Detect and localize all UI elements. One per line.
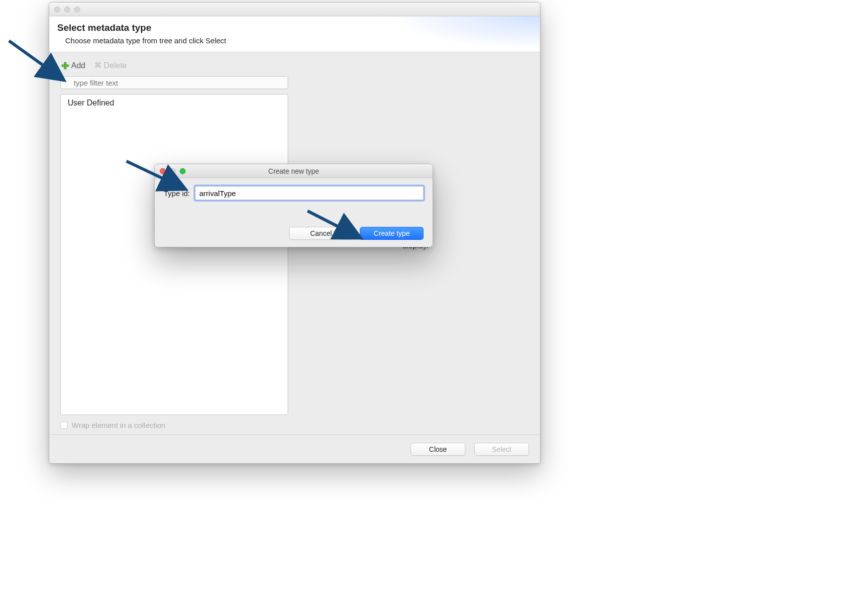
plus-icon — [61, 62, 69, 70]
close-button[interactable]: Close — [411, 443, 465, 456]
type-id-label: Type id: — [164, 189, 190, 198]
wrap-collection-checkbox[interactable] — [60, 421, 68, 429]
dialog-subtitle: Choose metadata type from tree and click… — [65, 36, 532, 45]
add-button[interactable]: Add — [61, 61, 85, 70]
header-decoration — [376, 16, 540, 52]
maximize-icon[interactable] — [180, 168, 186, 174]
modal-titlebar: Create new type — [155, 164, 432, 178]
create-new-type-dialog: Create new type Type id: Cancel Create t… — [154, 164, 433, 247]
traffic-dot-inactive — [54, 6, 60, 12]
toolbar: Add ✖ Delete — [60, 59, 529, 76]
dialog-footer: Close Select — [49, 434, 540, 463]
traffic-dot-inactive — [74, 6, 80, 12]
svg-rect-1 — [62, 65, 69, 67]
wrap-collection-label: Wrap element in a collection — [72, 421, 165, 429]
cancel-button[interactable]: Cancel — [289, 227, 353, 240]
filter-input[interactable] — [60, 76, 288, 89]
add-button-label: Add — [71, 61, 85, 70]
delete-x-icon: ✖ — [94, 60, 102, 71]
tree-item-user-defined[interactable]: User Defined — [66, 98, 283, 108]
type-tree[interactable]: User Defined — [60, 94, 288, 415]
delete-button-label: Delete — [104, 61, 126, 70]
window-titlebar — [49, 2, 540, 16]
traffic-dot-inactive — [64, 6, 70, 12]
dialog-title: Select metadata type — [57, 22, 532, 33]
select-button: Select — [474, 443, 529, 456]
modal-title: Create new type — [155, 167, 432, 175]
delete-button: ✖ Delete — [94, 60, 126, 71]
minimize-icon — [170, 168, 176, 174]
close-icon[interactable] — [160, 168, 166, 174]
dialog-header: Select metadata type Choose metadata typ… — [49, 16, 540, 52]
type-id-input[interactable] — [195, 186, 424, 200]
create-type-button[interactable]: Create type — [360, 227, 424, 240]
